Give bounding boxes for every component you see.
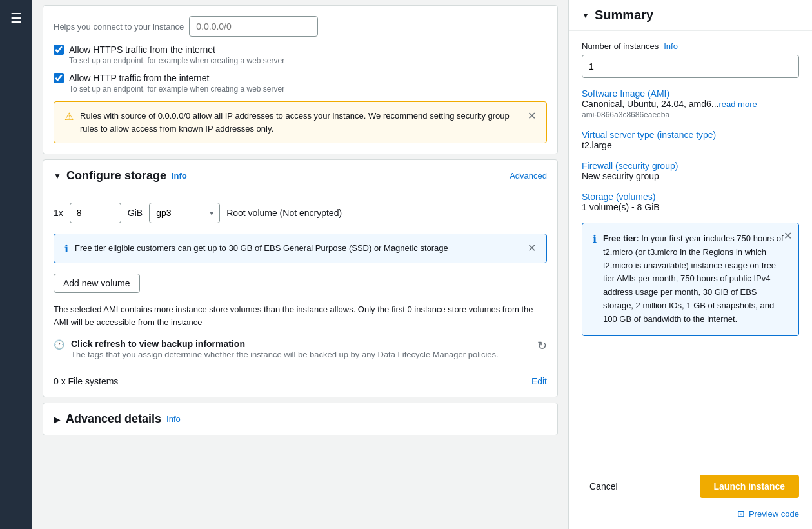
https-checkbox-label[interactable]: Allow HTTPS traffic from the internet — [54, 45, 547, 55]
summary-footer-container: Cancel Launch instance ⊡ Preview code — [569, 464, 812, 529]
hamburger-icon[interactable]: ☰ — [10, 10, 22, 26]
storage-info-link[interactable]: Info — [172, 171, 187, 181]
summary-title: Summary — [595, 8, 653, 23]
backup-title: Click refresh to view backup information — [71, 339, 499, 349]
instances-field: Number of instances Info — [582, 41, 799, 78]
summary-collapse-icon[interactable]: ▼ — [582, 11, 589, 20]
summary-panel: ▼ Summary Number of instances Info Softw… — [568, 0, 812, 529]
backup-clock-icon: 🕐 — [54, 339, 64, 350]
backup-row: 🕐 Click refresh to view backup informati… — [54, 339, 499, 361]
instance-type-value: t2.large — [582, 140, 799, 150]
firewall-value: New security group — [582, 171, 799, 181]
storage-type-wrapper: gp3 gp2 io1 io2 sc1 st1 standard ▼ — [149, 203, 220, 223]
ami-value: Canonical, Ubuntu, 24.04, amd6...read mo… — [582, 99, 799, 109]
https-label-text: Allow HTTPS traffic from the internet — [69, 45, 215, 55]
free-tier-description: In your first year includes 750 hours of… — [603, 234, 784, 324]
storage-section-title: ▼ Configure storage Info — [54, 169, 187, 183]
storage-summary-value: 1 volume(s) - 8 GiB — [582, 202, 799, 212]
free-tier-text: Free tier: In your first year includes 7… — [603, 232, 788, 326]
https-checkbox[interactable] — [54, 45, 64, 55]
free-tier-close-button[interactable]: ✕ — [784, 230, 792, 242]
ami-read-more-link[interactable]: read more — [718, 99, 757, 109]
http-label-text: Allow HTTP traffic from the internet — [69, 73, 209, 83]
ami-field: Software Image (AMI) Canonical, Ubuntu, … — [582, 88, 799, 119]
ip-row: Helps you connect to your instance — [54, 16, 547, 37]
ip-label: Helps you connect to your instance — [54, 22, 184, 32]
volume-label: Root volume (Not encrypted) — [226, 208, 342, 218]
instance-type-field: Virtual server type (instance type) t2.l… — [582, 130, 799, 150]
http-checkbox-label[interactable]: Allow HTTP traffic from the internet — [54, 73, 547, 83]
sidebar-toggle[interactable]: ☰ — [0, 0, 32, 529]
warning-text: Rules with source of 0.0.0.0/0 allow all… — [80, 110, 521, 135]
warning-close-button[interactable]: ✕ — [528, 110, 536, 122]
summary-body: Number of instances Info Software Image … — [569, 31, 812, 357]
https-subtext: To set up an endpoint, for example when … — [69, 56, 547, 65]
free-tier-close-button[interactable]: ✕ — [528, 242, 536, 254]
free-tier-info-box: ℹ Free tier eligible customers can get u… — [54, 234, 547, 263]
instances-label: Number of instances — [582, 41, 659, 51]
free-tier-box: ℹ Free tier: In your first year includes… — [582, 223, 799, 336]
firewall-link[interactable]: Firewall (security group) — [582, 161, 678, 171]
storage-title-text: Configure storage — [66, 169, 166, 183]
storage-section-body: 1x GiB gp3 gp2 io1 io2 sc1 st1 standard — [43, 192, 557, 397]
backup-container: 🕐 Click refresh to view backup informati… — [54, 339, 547, 366]
storage-advanced-link[interactable]: Advanced — [510, 171, 547, 181]
storage-field: Storage (volumes) 1 volume(s) - 8 GiB — [582, 192, 799, 212]
storage-section-header: ▼ Configure storage Info Advanced — [43, 160, 557, 192]
left-panel: Helps you connect to your instance Allow… — [32, 0, 568, 529]
free-tier-info-text: Free tier eligible customers can get up … — [75, 242, 521, 255]
ami-link[interactable]: Software Image (AMI) — [582, 88, 669, 99]
preview-code-icon: ⊡ — [737, 508, 745, 519]
storage-size-input[interactable] — [70, 203, 121, 223]
add-volume-button[interactable]: Add new volume — [54, 274, 140, 293]
launch-instance-button[interactable]: Launch instance — [700, 475, 799, 498]
advanced-details-header[interactable]: ▶ Advanced details Info — [43, 403, 557, 435]
http-subtext: To set up an endpoint, for example when … — [69, 85, 547, 94]
instances-input[interactable] — [582, 55, 799, 78]
warning-icon: ⚠ — [64, 110, 74, 123]
firewall-body: Helps you connect to your instance Allow… — [43, 6, 557, 154]
advanced-details-section: ▶ Advanced details Info — [43, 403, 558, 435]
ip-input[interactable] — [189, 16, 318, 37]
https-checkbox-row: Allow HTTPS traffic from the internet To… — [54, 45, 547, 65]
summary-header: ▼ Summary — [569, 0, 812, 31]
free-tier-info-icon: ℹ — [593, 233, 597, 245]
filesystems-count: 0 x File systems — [54, 376, 118, 386]
backup-content: Click refresh to view backup information… — [71, 339, 499, 361]
refresh-button[interactable]: ↻ — [537, 339, 547, 353]
ami-name-text: Canonical, Ubuntu, 24.04, amd6... — [582, 99, 718, 109]
ami-warning-text: The selected AMI contains more instance … — [54, 303, 547, 328]
instance-type-link[interactable]: Virtual server type (instance type) — [582, 130, 716, 140]
ip-warning-box: ⚠ Rules with source of 0.0.0.0/0 allow a… — [54, 101, 547, 143]
instances-info-link[interactable]: Info — [664, 41, 678, 51]
preview-code-row: ⊡ Preview code — [569, 508, 812, 529]
storage-row: 1x GiB gp3 gp2 io1 io2 sc1 st1 standard — [54, 203, 547, 223]
storage-summary-link[interactable]: Storage (volumes) — [582, 192, 655, 202]
configure-storage-section: ▼ Configure storage Info Advanced 1x GiB… — [43, 159, 558, 397]
info-icon: ℹ — [64, 243, 68, 255]
preview-code-link[interactable]: Preview code — [749, 509, 799, 519]
storage-unit: GiB — [128, 208, 143, 218]
summary-footer: Cancel Launch instance — [569, 464, 812, 508]
backup-subtext: The tags that you assign determine wheth… — [71, 349, 499, 361]
cancel-button[interactable]: Cancel — [582, 476, 626, 497]
instances-field-header: Number of instances Info — [582, 41, 799, 51]
filesystems-row: 0 x File systems Edit — [54, 371, 547, 386]
filesystems-edit-link[interactable]: Edit — [531, 376, 547, 386]
storage-index: 1x — [54, 208, 63, 218]
http-checkbox-row: Allow HTTP traffic from the internet To … — [54, 73, 547, 94]
ami-id: ami-0866a3c8686eaeeba — [582, 110, 799, 119]
advanced-title-text: Advanced details — [66, 412, 161, 426]
storage-type-select[interactable]: gp3 gp2 io1 io2 sc1 st1 standard — [149, 203, 220, 223]
storage-collapse-icon[interactable]: ▼ — [54, 172, 61, 181]
advanced-collapse-icon[interactable]: ▶ — [54, 414, 61, 424]
firewall-section: Helps you connect to your instance Allow… — [43, 5, 558, 154]
free-tier-title: Free tier: — [603, 234, 639, 243]
http-checkbox[interactable] — [54, 73, 64, 83]
firewall-field: Firewall (security group) New security g… — [582, 161, 799, 181]
advanced-info-link[interactable]: Info — [166, 414, 181, 424]
